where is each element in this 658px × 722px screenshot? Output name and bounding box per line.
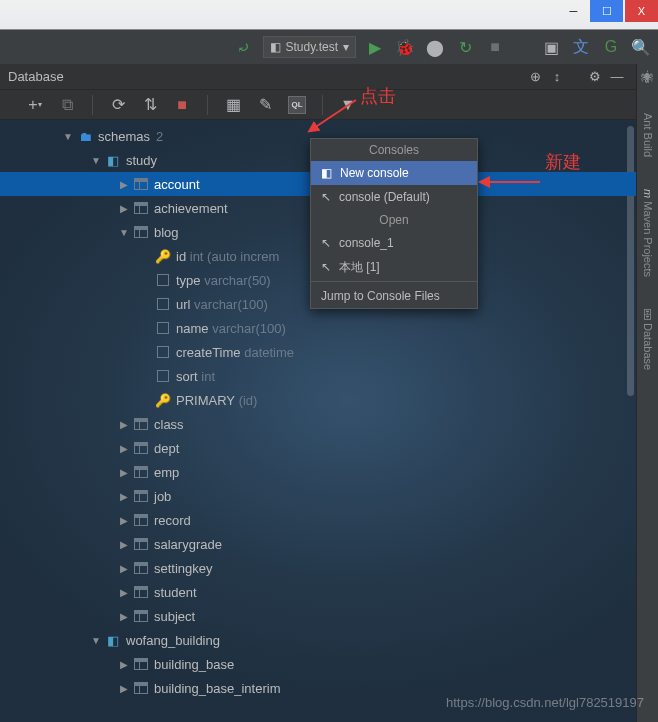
duplicate-button[interactable]: ⧉ <box>58 96 76 114</box>
maven-projects-tab[interactable]: m Maven Projects <box>641 185 655 281</box>
expand-toggle[interactable]: ▼ <box>60 131 76 142</box>
run-button[interactable]: ▶ <box>364 36 386 58</box>
window-close-button[interactable]: X <box>625 0 658 22</box>
sync-button[interactable]: ⇅ <box>141 96 159 114</box>
schema-icon: ◧ <box>104 153 122 168</box>
open-console-button[interactable]: QL <box>288 96 306 114</box>
table-building-base[interactable]: ▶building_base <box>0 652 636 676</box>
gear-icon[interactable]: ⚙ <box>584 69 606 84</box>
database-panel-header: Database ⊕ ↕ ⚙ — <box>0 64 636 90</box>
window-titlebar: ─ ☐ X <box>0 0 658 30</box>
table-view-button[interactable]: ▦ <box>224 96 242 114</box>
key-icon: 🔑 <box>154 393 172 408</box>
edit-button[interactable]: ✎ <box>256 96 274 114</box>
column-createtime[interactable]: createTime datetime <box>0 340 636 364</box>
debug-button[interactable]: 🐞 <box>394 36 416 58</box>
search-icon[interactable]: 🔍 <box>630 36 652 58</box>
add-datasource-button[interactable]: +▾ <box>26 96 44 114</box>
table-student[interactable]: ▶student <box>0 580 636 604</box>
menu-local-1[interactable]: ↖ 本地 [1] <box>311 255 477 279</box>
chevron-down-icon: ▾ <box>343 40 349 54</box>
table-icon <box>132 178 150 190</box>
build-icon[interactable]: ⤾ <box>233 36 255 58</box>
primary-key[interactable]: 🔑PRIMARY (id) <box>0 388 636 412</box>
svg-line-0 <box>314 100 356 128</box>
column-name[interactable]: name varchar(100) <box>0 316 636 340</box>
console-context-menu: Consoles ◧ New console ↖ console (Defaul… <box>310 138 478 309</box>
table-dept[interactable]: ▶dept <box>0 436 636 460</box>
arrow-icon: ↖ <box>321 260 331 274</box>
stop-sync-button[interactable]: ■ <box>173 96 191 114</box>
arrow-icon: ↖ <box>321 236 331 250</box>
view-mode-icon[interactable]: ↕ <box>546 69 568 84</box>
scope-icon[interactable]: ⊕ <box>524 69 546 84</box>
table-emp[interactable]: ▶emp <box>0 460 636 484</box>
run-config-icon: ◧ <box>270 40 281 54</box>
translate1-icon[interactable]: 文 <box>570 36 592 58</box>
main-toolbar: ⤾ ◧ Study.test ▾ ▶ 🐞 ⬤ ↻ ■ ▣ 文 G 🔍 <box>0 30 658 64</box>
project-structure-icon[interactable]: ▣ <box>540 36 562 58</box>
table-job[interactable]: ▶job <box>0 484 636 508</box>
coverage-button[interactable]: ⬤ <box>424 36 446 58</box>
annotation-new: 新建 <box>545 150 581 174</box>
database-tab[interactable]: 🗄 Database <box>641 305 655 374</box>
arrow-icon: ↖ <box>321 190 331 204</box>
schemas-count: 2 <box>156 129 163 144</box>
stop-button[interactable]: ■ <box>484 36 506 58</box>
folder-icon: 🖿 <box>76 129 94 144</box>
translate2-icon[interactable]: G <box>600 36 622 58</box>
window-minimize-button[interactable]: ─ <box>557 0 590 22</box>
window-maximize-button[interactable]: ☐ <box>590 0 623 22</box>
table-settingkey[interactable]: ▶settingkey <box>0 556 636 580</box>
profile-button[interactable]: ↻ <box>454 36 476 58</box>
ant-build-spider-icon[interactable]: 🕷 <box>641 70 654 85</box>
expand-toggle[interactable]: ▶ <box>116 179 132 190</box>
table-salarygrade[interactable]: ▶salarygrade <box>0 532 636 556</box>
expand-toggle[interactable]: ▼ <box>88 155 104 166</box>
table-subject[interactable]: ▶subject <box>0 604 636 628</box>
annotation-arrow-2 <box>480 172 550 196</box>
column-icon <box>154 274 172 286</box>
schemas-label: schemas <box>98 129 150 144</box>
minimize-panel-icon[interactable]: — <box>606 69 628 84</box>
ant-build-tab[interactable]: Ant Build <box>641 109 655 161</box>
ql-icon: ◧ <box>321 166 332 180</box>
panel-title: Database <box>8 69 64 84</box>
schema-wofang[interactable]: ▼◧wofang_building <box>0 628 636 652</box>
table-record[interactable]: ▶record <box>0 508 636 532</box>
table-class[interactable]: ▶class <box>0 412 636 436</box>
run-config-combo[interactable]: ◧ Study.test ▾ <box>263 36 356 58</box>
right-tool-gutter: 🕷 Ant Build m Maven Projects 🗄 Database <box>636 64 658 722</box>
menu-console-default[interactable]: ↖ console (Default) <box>311 185 477 209</box>
column-sort[interactable]: sort int <box>0 364 636 388</box>
menu-section-open: Open <box>311 209 477 231</box>
menu-new-console[interactable]: ◧ New console <box>311 161 477 185</box>
refresh-button[interactable]: ⟳ <box>109 96 127 114</box>
key-icon: 🔑 <box>154 249 172 264</box>
annotation-arrow-1 <box>306 100 366 144</box>
menu-jump-to-files[interactable]: Jump to Console Files <box>311 284 477 308</box>
run-config-label: Study.test <box>286 40 338 54</box>
menu-console-1[interactable]: ↖ console_1 <box>311 231 477 255</box>
annotation-click: 点击 <box>360 84 396 108</box>
watermark: https://blog.csdn.net/lgl782519197 <box>446 695 644 710</box>
